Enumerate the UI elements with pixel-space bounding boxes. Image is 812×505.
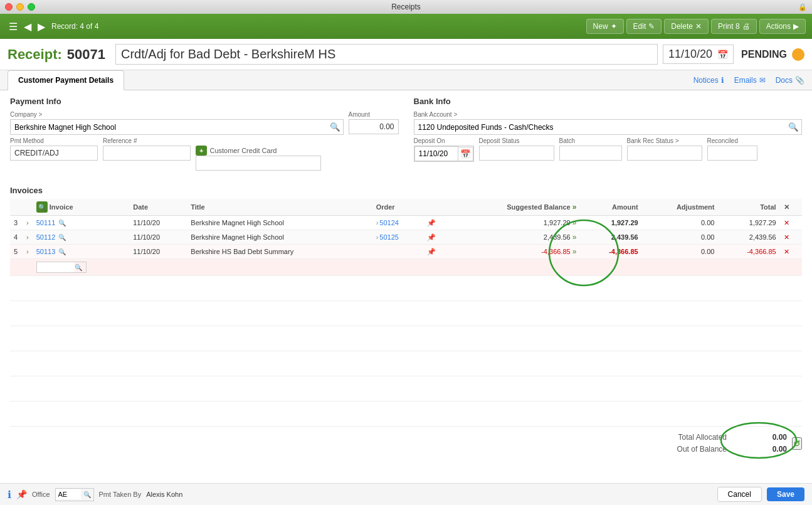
bank-details-row: Deposit On 📅 Deposit Status Batch — [414, 137, 803, 162]
bank-account-row: Bank Account > 🔍 — [414, 111, 803, 135]
order-link[interactable]: 50124 — [379, 219, 399, 226]
office-input[interactable] — [56, 489, 81, 499]
invoice-link[interactable]: 50113 — [36, 248, 56, 255]
tab-customer-payment-details[interactable]: Customer Payment Details — [8, 70, 124, 90]
payment-info-section: Payment Info Company > 🔍 Amount — [10, 97, 399, 173]
refresh-totals-button[interactable]: ↺ — [792, 437, 802, 450]
company-search-icon[interactable]: 🔍 — [327, 120, 343, 134]
delete-button[interactable]: Delete ✕ — [664, 19, 709, 34]
deposit-on-input[interactable] — [414, 146, 458, 161]
th-total: Total — [718, 199, 779, 216]
total-cell: 1,927.29 — [718, 216, 779, 230]
row-expand-arrow[interactable]: › — [23, 230, 33, 245]
th-order: Order — [372, 199, 423, 216]
amount-input[interactable] — [349, 119, 399, 134]
save-button[interactable]: Save — [767, 487, 804, 501]
form-main-row: Payment Info Company > 🔍 Amount — [10, 97, 802, 173]
reference-input[interactable] — [103, 146, 191, 161]
new-invoice-row: 🔍 — [10, 259, 802, 276]
invoice-link[interactable]: 50111 — [36, 219, 56, 226]
credit-card-input[interactable] — [196, 156, 321, 171]
adjustment-cell[interactable]: 0.00 — [642, 216, 719, 230]
company-input-wrapper[interactable]: 🔍 — [10, 119, 344, 135]
docs-link[interactable]: Docs 📎 — [776, 76, 804, 85]
pin-row-icon[interactable]: 📌 — [427, 219, 436, 226]
bank-account-input-wrapper[interactable]: 🔍 — [414, 119, 803, 135]
suggest-apply-icon[interactable]: » — [572, 218, 577, 227]
suggest-apply-icon[interactable]: » — [572, 233, 577, 242]
batch-input[interactable] — [559, 146, 622, 161]
pmt-method-input[interactable] — [10, 146, 98, 161]
bottom-bar-left: ℹ 📌 Office 🔍 Pmt Taken By Alexis Kohn — [8, 488, 712, 501]
credit-card-label — [196, 137, 321, 144]
cancel-button[interactable]: Cancel — [717, 487, 762, 502]
invoices-table: 🔍 Invoice Date Title Order Suggested Bal… — [10, 199, 802, 276]
empty-invoice-search[interactable]: 🔍 — [33, 259, 130, 276]
notices-link[interactable]: Notices ℹ — [693, 76, 724, 85]
reference-label: Reference # — [103, 137, 191, 144]
delete-row-cell[interactable]: ✕ — [780, 245, 802, 259]
row-expand-arrow[interactable]: › — [23, 216, 33, 230]
new-invoice-input[interactable] — [37, 262, 75, 272]
office-input-wrapper[interactable]: 🔍 — [55, 488, 94, 501]
tabs-bar: Customer Payment Details Notices ℹ Email… — [0, 70, 812, 90]
actions-button[interactable]: Actions ▶ — [759, 19, 806, 34]
bank-rec-input[interactable] — [627, 146, 702, 161]
tabs-right: Notices ℹ Emails ✉ Docs 📎 — [693, 76, 804, 85]
adjustment-cell[interactable]: 0.00 — [642, 245, 719, 259]
nav-menu-button[interactable]: ☰ — [6, 19, 20, 34]
bank-info-section: Bank Info Bank Account > 🔍 Deposit On — [414, 97, 803, 173]
th-date: Date — [129, 199, 187, 216]
adjustment-cell[interactable]: 0.00 — [642, 230, 719, 245]
deposit-status-input[interactable] — [479, 146, 554, 161]
deposit-on-wrapper: 📅 — [414, 146, 474, 162]
new-invoice-search-icon[interactable]: 🔍 — [75, 264, 82, 271]
title-bar: Receipts 🔒 — [0, 0, 812, 14]
invoice-search-row-icon[interactable]: 🔍 — [58, 234, 66, 241]
print-button[interactable]: Print 8 🖨 — [711, 19, 757, 34]
invoice-search-icon[interactable]: 🔍 — [36, 201, 48, 213]
invoice-search-row-icon[interactable]: 🔍 — [58, 248, 66, 255]
pin-button[interactable]: 📌 — [16, 489, 27, 499]
minimize-button[interactable] — [16, 3, 24, 11]
out-of-balance-label: Out of Balance — [677, 444, 727, 455]
row-expand-arrow[interactable]: › — [23, 245, 33, 259]
amount-cell[interactable]: 1,927.29 — [580, 216, 641, 230]
bank-account-search-icon[interactable]: 🔍 — [786, 120, 801, 134]
delete-row-cell[interactable]: ✕ — [780, 216, 802, 230]
order-cell — [372, 245, 423, 259]
new-button[interactable]: New ✦ — [586, 19, 624, 34]
nav-next-button[interactable]: ▶ — [35, 19, 48, 34]
pin-row-icon[interactable]: 📌 — [427, 233, 436, 241]
invoice-link[interactable]: 50112 — [36, 233, 56, 241]
pin-row-icon[interactable]: 📌 — [427, 248, 436, 255]
deposit-cal-icon[interactable]: 📅 — [458, 147, 473, 161]
bank-account-input[interactable] — [414, 120, 786, 134]
receipt-description-field[interactable]: Crdt/Adj for Bad Debt - BerkshireM HS — [115, 44, 658, 65]
deposit-on-label: Deposit On — [414, 137, 474, 144]
edit-icon: ✎ — [648, 22, 655, 31]
delete-row-cell[interactable]: ✕ — [780, 230, 802, 245]
pin-cell: 📌 — [423, 216, 451, 230]
reconciled-input[interactable] — [707, 146, 757, 161]
calendar-icon[interactable]: 📅 — [717, 50, 728, 60]
amount-cell[interactable]: -4,366.85 — [580, 245, 641, 259]
emails-link[interactable]: Emails ✉ — [734, 76, 766, 85]
close-button[interactable] — [5, 3, 13, 11]
amount-cell[interactable]: 2,439.56 — [580, 230, 641, 245]
company-input[interactable] — [11, 120, 327, 134]
nav-prev-button[interactable]: ◀ — [21, 19, 34, 34]
maximize-button[interactable] — [28, 3, 35, 11]
edit-button[interactable]: Edit ✎ — [626, 19, 662, 34]
row-number: 3 — [10, 216, 23, 230]
office-search-icon[interactable]: 🔍 — [81, 489, 93, 501]
order-link[interactable]: 50125 — [379, 233, 399, 241]
info-icon[interactable]: ℹ — [8, 489, 11, 501]
invoice-search-row-icon[interactable]: 🔍 — [58, 220, 66, 226]
bottom-bar-right: Cancel Save — [717, 487, 804, 502]
add-credit-card-button[interactable]: + — [196, 146, 207, 156]
toolbar: ☰ ◀ ▶ Record: 4 of 4 New ✦ Edit ✎ Delete… — [0, 14, 812, 39]
title-cell: Berkshire Magnet High School — [187, 230, 372, 245]
company-field-group: Company > 🔍 — [10, 111, 344, 135]
suggest-apply-icon[interactable]: » — [572, 247, 577, 256]
